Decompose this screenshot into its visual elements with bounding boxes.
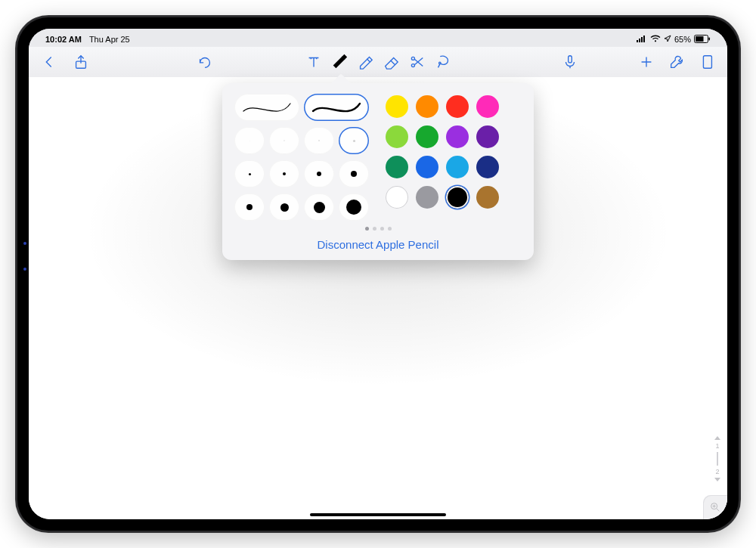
- screen: 10:02 AM Thu Apr 25 65%: [29, 29, 727, 519]
- color-swatch-lime[interactable]: [386, 125, 408, 148]
- ipad-device-frame: 10:02 AM Thu Apr 25 65%: [15, 15, 741, 533]
- color-swatch-sky[interactable]: [446, 156, 469, 178]
- eraser-tool-button[interactable]: [381, 52, 401, 72]
- undo-button[interactable]: [195, 52, 215, 72]
- svg-rect-6: [696, 36, 704, 42]
- status-right: 65%: [637, 35, 711, 45]
- status-date: Thu Apr 25: [89, 35, 130, 44]
- back-button[interactable]: [39, 52, 59, 72]
- battery-percent: 65%: [674, 35, 691, 44]
- page-scrubber-current: 1: [715, 442, 719, 450]
- brush-size-option[interactable]: [339, 127, 369, 154]
- color-swatch-purple[interactable]: [476, 125, 499, 148]
- highlighter-tool-button[interactable]: [355, 52, 375, 72]
- brush-grid: [234, 94, 369, 222]
- microphone-button[interactable]: [560, 52, 580, 72]
- color-swatch-orange[interactable]: [416, 95, 438, 118]
- pager-dot[interactable]: [388, 227, 392, 231]
- page-scrubber[interactable]: 1 2: [711, 436, 724, 481]
- svg-rect-7: [709, 37, 711, 40]
- page-scrubber-total: 2: [715, 468, 719, 475]
- brush-size-option[interactable]: [269, 127, 299, 154]
- text-tool-button[interactable]: [304, 52, 324, 72]
- brush-size-option[interactable]: [304, 194, 334, 221]
- page-down-icon: [714, 478, 720, 481]
- color-swatch-red[interactable]: [446, 95, 469, 118]
- svg-point-9: [411, 57, 414, 60]
- app-toolbar: [29, 47, 727, 78]
- lasso-tool-button[interactable]: [432, 52, 452, 72]
- svg-rect-1: [639, 39, 640, 42]
- color-swatch-black[interactable]: [446, 186, 469, 209]
- color-swatch-brown[interactable]: [476, 186, 499, 209]
- pages-button[interactable]: [697, 52, 717, 72]
- device-smartconnector-dots: [23, 242, 26, 271]
- brush-size-option[interactable]: [269, 194, 299, 221]
- brush-size-option[interactable]: [339, 160, 369, 187]
- color-grid: [384, 94, 500, 222]
- color-swatch-teal[interactable]: [386, 156, 408, 178]
- brush-size-option[interactable]: [304, 127, 334, 154]
- settings-wrench-button[interactable]: [667, 52, 686, 72]
- pager-dot[interactable]: [365, 227, 369, 231]
- svg-rect-13: [703, 56, 711, 69]
- svg-point-10: [411, 64, 414, 67]
- color-swatch-gray[interactable]: [416, 186, 438, 209]
- brush-size-option[interactable]: [269, 160, 299, 187]
- svg-rect-3: [643, 36, 645, 42]
- wifi-icon: [650, 35, 661, 44]
- svg-point-4: [655, 40, 656, 42]
- stroke-style-option[interactable]: [304, 94, 369, 121]
- share-button[interactable]: [71, 52, 91, 72]
- color-swatch-blue[interactable]: [416, 156, 438, 178]
- brush-size-option[interactable]: [339, 194, 369, 221]
- color-swatch-navy[interactable]: [476, 156, 499, 178]
- brush-size-option[interactable]: [304, 160, 334, 187]
- tool-selector: [304, 52, 452, 72]
- home-indicator[interactable]: [310, 513, 446, 516]
- brush-size-option[interactable]: [234, 194, 265, 221]
- status-time: 10:02 AM: [45, 35, 82, 44]
- color-swatch-white[interactable]: [386, 186, 408, 209]
- svg-rect-2: [641, 37, 643, 42]
- zoom-button[interactable]: [703, 495, 727, 519]
- battery-icon: [694, 35, 711, 45]
- status-bar: 10:02 AM Thu Apr 25 65%: [29, 29, 727, 47]
- add-button[interactable]: [637, 52, 656, 72]
- svg-rect-12: [569, 56, 572, 63]
- disconnect-pencil-button[interactable]: Disconnect Apple Pencil: [234, 234, 522, 252]
- pen-tool-button[interactable]: [330, 52, 349, 72]
- scissors-tool-button[interactable]: [407, 52, 426, 72]
- color-swatch-yellow[interactable]: [386, 95, 408, 118]
- cellular-signal-icon: [637, 35, 647, 44]
- svg-point-11: [439, 62, 441, 63]
- brush-size-option[interactable]: [234, 160, 265, 187]
- page-indicator: [234, 227, 522, 231]
- stroke-style-option[interactable]: [234, 94, 299, 121]
- brush-size-option[interactable]: [234, 127, 265, 154]
- page-up-icon: [714, 436, 720, 440]
- color-swatch-magenta[interactable]: [476, 95, 499, 118]
- pager-dot[interactable]: [373, 227, 376, 231]
- location-icon: [664, 35, 671, 44]
- pen-settings-popover: Disconnect Apple Pencil: [222, 83, 534, 260]
- pager-dot[interactable]: [380, 227, 384, 231]
- color-swatch-green[interactable]: [416, 125, 438, 148]
- color-swatch-violet[interactable]: [446, 125, 469, 148]
- svg-rect-0: [637, 40, 638, 42]
